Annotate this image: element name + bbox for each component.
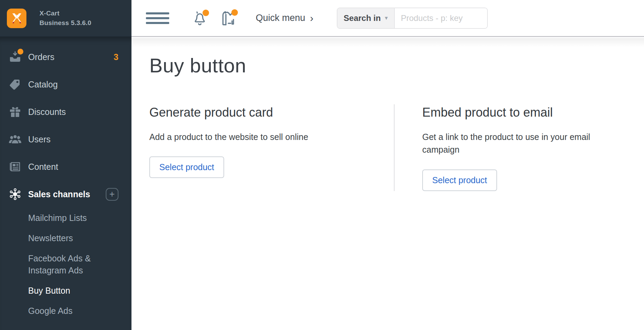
- embed-product-email-section: Embed product to email Get a link to the…: [395, 104, 628, 191]
- orders-inbox-icon: [8, 51, 22, 63]
- section-heading: Generate product card: [149, 104, 380, 121]
- notifications-bell-icon[interactable]: [192, 10, 208, 26]
- orders-new-dot: [18, 49, 23, 55]
- search-input[interactable]: [395, 8, 487, 28]
- hub-icon: [8, 188, 22, 201]
- quick-menu-button[interactable]: Quick menu ›: [256, 12, 313, 24]
- select-product-button-card[interactable]: Select product: [149, 156, 224, 178]
- sidebar-item-sales-channels[interactable]: Sales channels +: [0, 180, 131, 208]
- sidebar-subitem-buy-button[interactable]: Buy Button: [0, 281, 131, 301]
- newspaper-icon: [8, 161, 22, 173]
- orders-count-badge: 3: [114, 52, 118, 62]
- brand-name: X-Cart: [39, 9, 91, 18]
- sidebar-item-label: Catalog: [28, 80, 58, 90]
- users-icon: [8, 133, 22, 145]
- buy-button-options: Generate product card Add a product to t…: [149, 104, 644, 191]
- sidebar-item-orders[interactable]: Orders 3: [0, 43, 131, 71]
- quick-menu-label: Quick menu: [256, 13, 305, 23]
- brand-area[interactable]: X-Cart Business 5.3.6.0: [0, 0, 131, 37]
- global-search: Search in ▾: [337, 8, 488, 29]
- sidebar: X-Cart Business 5.3.6.0 Orders 3: [0, 0, 131, 330]
- sidebar-item-users[interactable]: Users: [0, 126, 131, 153]
- sidebar-item-discounts[interactable]: Discounts: [0, 98, 131, 126]
- generate-product-card-section: Generate product card Add a product to t…: [149, 104, 394, 191]
- sidebar-item-catalog[interactable]: Catalog: [0, 71, 131, 98]
- select-product-button-email[interactable]: Select product: [422, 169, 497, 191]
- whats-new-dot: [231, 9, 238, 16]
- section-heading: Embed product to email: [422, 104, 628, 121]
- sidebar-subitem-newsletters[interactable]: Newsletters: [0, 228, 131, 248]
- search-scope-label: Search in: [344, 13, 381, 23]
- notifications-dot: [203, 10, 209, 16]
- section-description: Add a product to the website to sell onl…: [149, 131, 355, 144]
- sidebar-item-label: Sales channels: [28, 189, 90, 199]
- sidebar-item-label: Discounts: [28, 107, 66, 117]
- sidebar-subitem-facebook-instagram-ads[interactable]: Facebook Ads & Instagram Ads: [0, 248, 131, 281]
- hamburger-menu-icon[interactable]: [146, 10, 169, 27]
- xcart-logo-icon: [7, 9, 26, 28]
- main-content: Buy button Generate product card Add a p…: [131, 38, 644, 330]
- brand-version: Business 5.3.6.0: [39, 18, 91, 28]
- sidebar-menu: Orders 3 Catalog: [0, 37, 131, 330]
- sidebar-subitem-mailchimp-lists[interactable]: Mailchimp Lists: [0, 208, 131, 228]
- brand-text: X-Cart Business 5.3.6.0: [39, 9, 91, 27]
- add-sales-channel-button[interactable]: +: [106, 188, 118, 201]
- sidebar-item-label: Content: [28, 162, 58, 172]
- caret-down-icon: ▾: [385, 14, 388, 22]
- search-scope-dropdown[interactable]: Search in ▾: [337, 8, 395, 28]
- whats-new-stats-icon[interactable]: [220, 10, 237, 26]
- sidebar-item-content[interactable]: Content: [0, 153, 131, 180]
- section-description: Get a link to the product to use in your…: [422, 131, 628, 156]
- page-title: Buy button: [149, 54, 644, 77]
- sidebar-item-label: Orders: [28, 52, 54, 62]
- chevron-right-icon: ›: [310, 12, 313, 24]
- sidebar-item-label: Users: [28, 134, 50, 144]
- topbar: Quick menu › Search in ▾: [131, 0, 644, 37]
- tag-icon: [8, 78, 22, 91]
- sidebar-subitem-google-ads[interactable]: Google Ads: [0, 301, 131, 321]
- gift-icon: [8, 106, 22, 118]
